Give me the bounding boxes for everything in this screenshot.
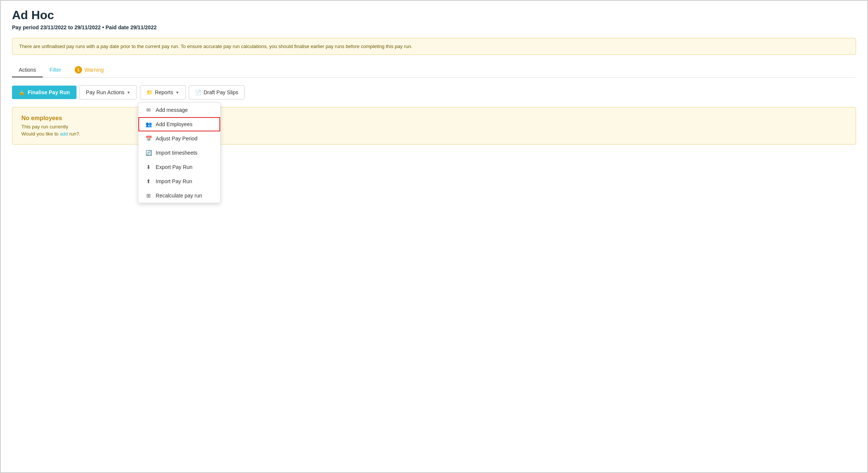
dropdown-item-add-employees[interactable]: 👥 Add Employees [138,117,220,131]
action-buttons-row: 🔒 Finalise Pay Run Pay Run Actions ▼ ✉ A… [12,85,856,99]
tab-actions[interactable]: Actions [12,63,43,77]
dropdown-item-adjust-pay-period[interactable]: 📅 Adjust Pay Period [138,131,220,146]
page-title: Ad Hoc [12,8,856,22]
pay-run-actions-dropdown: ✉ Add message 👥 Add Employees 📅 Adjust P… [138,102,221,203]
dropdown-label-add-message: Add message [156,107,188,113]
doc-icon: 📄 [195,89,201,95]
dropdown-label-export-pay-run: Export Pay Run [156,164,192,170]
dropdown-item-import-pay-run[interactable]: ⬆ Import Pay Run [138,174,220,188]
reports-caret: ▼ [176,90,179,95]
no-employees-suffix: run?. [69,131,81,137]
draft-pay-slips-label: Draft Pay Slips [204,89,239,95]
warning-tab-label: Warning [84,67,104,73]
dropdown-label-add-employees: Add Employees [156,121,192,127]
add-employees-link[interactable]: add [60,131,68,137]
download-icon: ⬇ [145,164,152,170]
dropdown-label-adjust-pay-period: Adjust Pay Period [156,136,197,142]
finalise-pay-run-button[interactable]: 🔒 Finalise Pay Run [12,86,77,99]
lock-icon: 🔒 [19,90,25,95]
reports-button[interactable]: 📁 Reports ▼ [140,85,186,99]
upload-icon: ⬆ [145,178,152,184]
envelope-icon: ✉ [145,107,152,113]
refresh-icon: 🔄 [145,150,152,156]
dropdown-item-add-message[interactable]: ✉ Add message [138,103,220,117]
page-subtitle: Pay period 23/11/2022 to 29/11/2022 • Pa… [12,24,856,30]
tab-filter[interactable]: Filter [43,63,68,77]
warning-banner: There are unfinalised pay runs with a pa… [12,38,856,55]
tab-warning[interactable]: 1 Warning [68,62,111,77]
people-icon: 👥 [145,121,152,127]
pay-run-actions-container: Pay Run Actions ▼ ✉ Add message 👥 Add Em… [80,85,137,99]
dropdown-item-import-timesheets[interactable]: 🔄 Import timesheets [138,146,220,160]
grid-icon: ⊞ [145,193,152,199]
dropdown-item-recalculate-pay-run[interactable]: ⊞ Recalculate pay run [138,188,220,203]
folder-icon: 📁 [146,89,153,95]
dropdown-label-import-timesheets: Import timesheets [156,150,197,156]
finalise-label: Finalise Pay Run [28,89,70,95]
dropdown-item-export-pay-run[interactable]: ⬇ Export Pay Run [138,160,220,174]
calendar-icon: 📅 [145,136,152,142]
pay-run-actions-label: Pay Run Actions [86,89,125,95]
warning-badge: 1 [75,66,82,74]
warning-banner-text: There are unfinalised pay runs with a pa… [19,44,412,49]
reports-label: Reports [155,89,173,95]
dropdown-label-recalculate: Recalculate pay run [156,193,202,199]
tabs-bar: Actions Filter 1 Warning [12,62,856,78]
pay-run-actions-button[interactable]: Pay Run Actions ▼ [80,85,137,99]
draft-pay-slips-button[interactable]: 📄 Draft Pay Slips [189,85,245,99]
dropdown-label-import-pay-run: Import Pay Run [156,178,192,184]
pay-run-actions-caret: ▼ [127,90,131,95]
